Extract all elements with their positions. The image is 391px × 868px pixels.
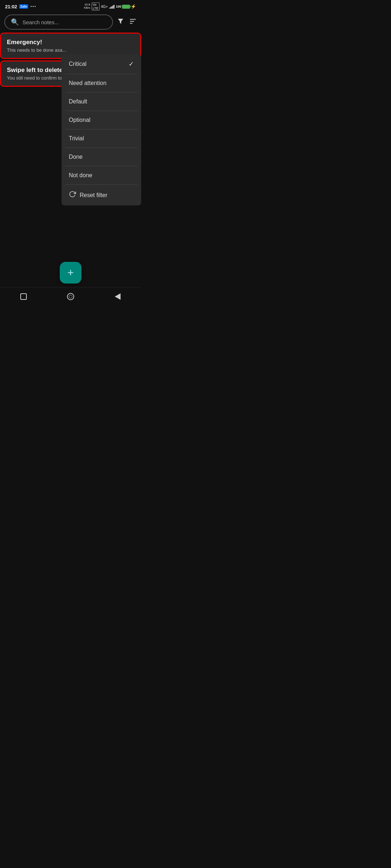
filter-option-done[interactable]: Done	[62, 148, 141, 166]
filter-icon[interactable]	[117, 17, 125, 27]
search-icon: 🔍	[11, 18, 19, 26]
filter-option-optional[interactable]: Optional	[62, 111, 141, 129]
sort-icon[interactable]	[129, 17, 137, 27]
back-button[interactable]	[112, 291, 123, 302]
time-display: 21:02	[5, 4, 17, 9]
filter-option-need-attention[interactable]: Need attention	[62, 74, 141, 92]
svg-rect-2	[130, 23, 133, 24]
reset-filter-label: Reset filter	[80, 192, 107, 199]
check-icon-critical: ✓	[129, 60, 134, 68]
filter-need-attention-label: Need attention	[69, 80, 106, 86]
note-preview-emergency: This needs to be done asa...	[7, 47, 134, 53]
network-type: 4G+	[101, 5, 108, 9]
reset-filter-button[interactable]: Reset filter	[62, 185, 141, 205]
status-dots: ···	[30, 3, 36, 10]
home-button[interactable]	[65, 291, 76, 302]
status-right: 10.8 KB/s VoLTE 4G+ 100 ⚡	[84, 3, 136, 10]
vo-lte-icon: VoLTE	[92, 3, 100, 10]
notes-area: Emergency! This needs to be done asa... …	[0, 33, 141, 87]
toolbar-icons	[117, 17, 137, 27]
battery-icon	[122, 5, 130, 9]
status-bar: 21:02 Zalo ··· 10.8 KB/s VoLTE 4G+ 100 ⚡	[0, 0, 141, 12]
speed-info: 10.8 KB/s	[84, 3, 90, 10]
speed-unit: KB/s	[84, 7, 90, 10]
square-icon	[20, 293, 27, 300]
filter-not-done-label: Not done	[69, 172, 92, 179]
circle-icon	[67, 293, 74, 300]
svg-rect-1	[130, 21, 134, 22]
battery-indicator: 100 ⚡	[116, 4, 136, 9]
plus-icon: +	[67, 267, 74, 278]
reset-icon	[69, 191, 76, 200]
recent-apps-button[interactable]	[18, 291, 29, 302]
filter-critical-label: Critical	[69, 61, 87, 67]
battery-level: 100	[116, 5, 121, 8]
search-box[interactable]: 🔍 Search notes...	[4, 14, 113, 30]
add-note-fab[interactable]: +	[60, 262, 81, 284]
nav-bar	[0, 287, 141, 305]
back-icon	[115, 293, 121, 300]
charging-icon: ⚡	[131, 4, 136, 9]
filter-optional-label: Optional	[69, 117, 91, 123]
filter-option-critical[interactable]: Critical ✓	[62, 54, 141, 74]
status-left: 21:02 Zalo ···	[5, 3, 36, 10]
filter-option-not-done[interactable]: Not done	[62, 166, 141, 184]
zalo-icon: Zalo	[19, 4, 28, 9]
svg-rect-0	[130, 19, 136, 20]
filter-done-label: Done	[69, 154, 83, 160]
note-title-emergency: Emergency!	[7, 39, 134, 46]
filter-dropdown: Critical ✓ Need attention Default Option…	[62, 54, 141, 205]
filter-trivial-label: Trivial	[69, 135, 84, 142]
search-bar-area: 🔍 Search notes...	[0, 12, 141, 33]
signal-bars	[109, 4, 114, 9]
search-placeholder: Search notes...	[22, 19, 59, 25]
filter-option-trivial[interactable]: Trivial	[62, 129, 141, 148]
filter-option-default[interactable]: Default	[62, 93, 141, 111]
filter-default-label: Default	[69, 98, 87, 105]
